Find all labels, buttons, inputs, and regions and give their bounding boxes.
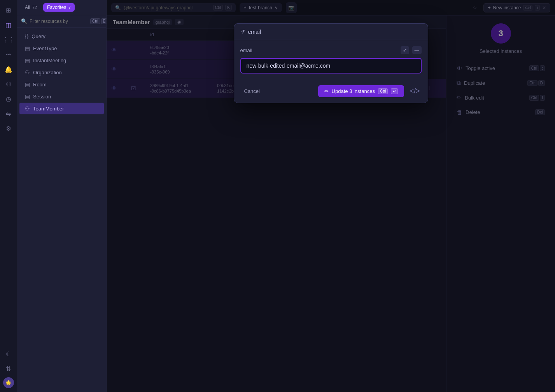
teammember-icon: ⚇: [25, 105, 30, 112]
icon-bar-bottom: ☾ ⇅ 🌟: [2, 348, 15, 388]
nav-activity[interactable]: ◷: [2, 93, 15, 105]
instantmeeting-icon: ▤: [25, 57, 30, 63]
tab-all-count: 72: [32, 5, 37, 10]
organization-icon: ⚇: [25, 69, 30, 75]
nav-relation[interactable]: ⤳: [2, 48, 15, 61]
nav-merge[interactable]: ⇋: [2, 107, 15, 120]
sidebar-item-label: Session: [33, 94, 51, 100]
sidebar-item-session[interactable]: ▤ Session: [19, 91, 104, 102]
query-icon: {}: [25, 33, 28, 39]
field-label-text: email: [240, 47, 252, 53]
sidebar: All 72 Favorites 7 🔍 Ctrl E {} Query ▤: [17, 0, 107, 392]
modal-field-label: email ⤢ —: [240, 46, 422, 54]
field-actions: ⤢ —: [401, 46, 422, 54]
sidebar-item-teammember[interactable]: ⚇ TeamMember: [19, 103, 104, 114]
bulk-edit-modal: ⧩ email ⤢ — Cancel: [234, 23, 428, 103]
sidebar-item-organization[interactable]: ⚇ Organization: [19, 66, 104, 78]
update-ctrl: Ctrl: [378, 88, 388, 94]
update-label: Update 3 instances: [332, 88, 375, 94]
search-input[interactable]: [30, 19, 88, 24]
filter-icon: ⧩: [240, 28, 245, 35]
app-layout: ⊞ ◫ ⋮⋮ ⤳ 🔔 ⚇ ◷ ⇋ ⚙ ☾ ⇅ 🌟 All 72 Favorite…: [0, 0, 555, 392]
search-ctrl-key: Ctrl: [90, 18, 100, 24]
update-key: ↵: [391, 88, 398, 94]
avatar[interactable]: 🌟: [3, 377, 14, 388]
search-shortcut: Ctrl E: [90, 18, 107, 24]
tab-all[interactable]: All 72: [21, 3, 41, 12]
sidebar-item-label: Query: [32, 33, 45, 39]
nav-database[interactable]: ◫: [2, 19, 15, 31]
sidebar-item-query[interactable]: {} Query: [19, 30, 104, 42]
sidebar-item-label: EventType: [33, 46, 57, 51]
sidebar-item-label: InstantMeeting: [33, 58, 66, 63]
tab-favorites-label: Favorites: [47, 5, 66, 10]
modal-search-input[interactable]: [248, 29, 422, 35]
sidebar-item-eventtype[interactable]: ▤ EventType: [19, 42, 104, 54]
modal-body: email ⤢ —: [234, 40, 428, 80]
code-button[interactable]: </>: [408, 86, 421, 97]
expand-field-button[interactable]: ⤢: [401, 46, 409, 54]
tab-favorites-count: 7: [68, 5, 71, 10]
nav-theme[interactable]: ☾: [2, 348, 15, 360]
nav-notification[interactable]: 🔔: [2, 63, 15, 75]
nav-filter-sort[interactable]: ⇅: [2, 362, 15, 375]
main-content: 🔍 Ctrl K ⑂ test-branch ∨ 📷 ☆ + New insta…: [107, 0, 555, 392]
sidebar-nav: {} Query ▤ EventType ▤ InstantMeeting ⚇ …: [17, 28, 106, 392]
tab-all-label: All: [25, 5, 30, 10]
collapse-field-button[interactable]: —: [412, 46, 422, 54]
icon-bar: ⊞ ◫ ⋮⋮ ⤳ 🔔 ⚇ ◷ ⇋ ⚙ ☾ ⇅ 🌟: [0, 0, 17, 392]
sidebar-item-label: Organization: [33, 70, 62, 75]
nav-chart[interactable]: ⋮⋮: [2, 33, 15, 46]
modal-footer: Cancel ✏ Update 3 instances Ctrl ↵ </>: [234, 80, 428, 103]
search-icon: 🔍: [21, 18, 27, 24]
code-icon: </>: [410, 87, 420, 95]
sidebar-item-label: Room: [33, 82, 47, 88]
sidebar-item-instantmeeting[interactable]: ▤ InstantMeeting: [19, 54, 104, 66]
sidebar-item-room[interactable]: ▤ Room: [19, 79, 104, 90]
session-icon: ▤: [25, 93, 30, 100]
sidebar-tabs: All 72 Favorites 7: [17, 0, 106, 15]
pencil-icon: ✏: [324, 88, 329, 94]
nav-home[interactable]: ⊞: [2, 4, 15, 16]
eventtype-icon: ▤: [25, 45, 30, 51]
nav-people[interactable]: ⚇: [2, 78, 15, 90]
sidebar-search: 🔍 Ctrl E: [17, 15, 106, 28]
update-button[interactable]: ✏ Update 3 instances Ctrl ↵: [318, 85, 404, 97]
cancel-button[interactable]: Cancel: [240, 86, 264, 96]
modal-search-bar: ⧩: [234, 24, 428, 40]
modal-overlay: ⧩ email ⤢ — Cancel: [107, 0, 555, 392]
room-icon: ▤: [25, 81, 30, 88]
sidebar-item-label: TeamMember: [33, 106, 64, 112]
tab-favorites[interactable]: Favorites 7: [43, 3, 75, 12]
nav-settings[interactable]: ⚙: [2, 122, 15, 135]
field-input[interactable]: [240, 58, 422, 74]
